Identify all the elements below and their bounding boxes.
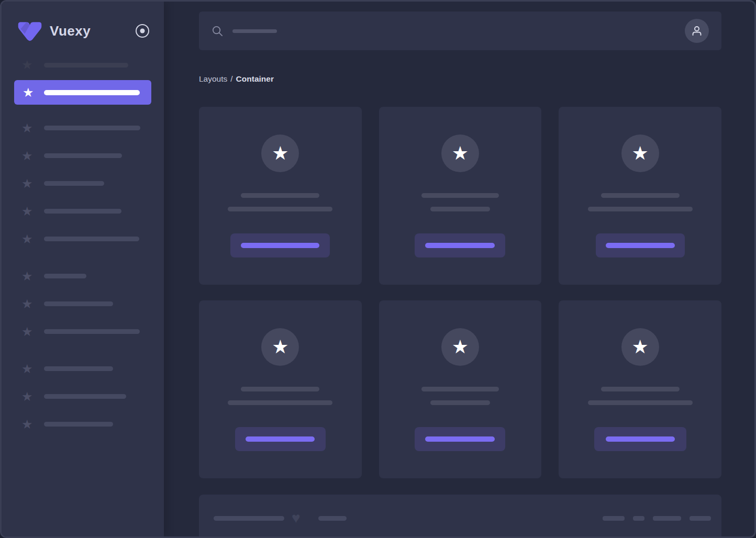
sidebar-item-skeleton[interactable]: ★	[2, 262, 164, 290]
card-1: ★	[199, 107, 362, 285]
star-icon: ★	[632, 338, 649, 356]
main-content: Layouts/Container ★★★★★★ ♥	[164, 2, 754, 536]
footer-text-skeleton	[214, 516, 284, 521]
footer-text-skeleton	[318, 516, 347, 521]
card-6: ★	[559, 300, 721, 478]
card-title-skeleton	[421, 193, 499, 198]
search-bar[interactable]	[199, 12, 721, 50]
button-label-skeleton	[246, 436, 315, 442]
footer-link-skeleton	[603, 516, 625, 521]
sidebar-item-skeleton[interactable]: ★	[2, 225, 164, 253]
sidebar-item-skeleton[interactable]: ★	[2, 114, 164, 142]
brand-title: Vuexy	[50, 23, 91, 39]
menu-label-skeleton	[44, 237, 139, 241]
menu-label-skeleton	[44, 209, 121, 214]
star-icon: ★	[21, 205, 36, 218]
star-icon: ★	[21, 326, 36, 338]
search-placeholder-skeleton	[232, 29, 277, 33]
card-title-skeleton	[241, 387, 319, 391]
menu-label-skeleton	[44, 329, 140, 334]
card-title-skeleton	[241, 193, 319, 198]
menu-label-skeleton	[44, 126, 140, 130]
star-icon: ★	[632, 144, 649, 163]
star-icon: ★	[452, 338, 469, 356]
menu-label-skeleton	[44, 366, 113, 371]
breadcrumb-layouts[interactable]: Layouts	[199, 74, 227, 83]
breadcrumb-container: Container	[236, 74, 274, 83]
sidebar-item-skeleton[interactable]: ★	[2, 197, 164, 225]
card-action-button[interactable]	[596, 233, 685, 257]
card-action-button[interactable]	[415, 233, 505, 257]
footer-panel: ♥	[199, 495, 721, 536]
radio-circle-icon	[135, 24, 150, 38]
star-icon: ★	[21, 363, 36, 375]
sidebar-item-active[interactable]: ★	[14, 80, 151, 105]
footer-link-skeleton	[690, 516, 711, 521]
star-icon: ★	[21, 270, 36, 283]
sidebar-section: ★★★	[2, 253, 164, 345]
menu-label-skeleton	[44, 153, 122, 158]
magnifier-icon	[212, 25, 224, 37]
menu-label-skeleton	[44, 63, 128, 68]
button-label-skeleton	[606, 243, 675, 248]
sidebar-item-skeleton[interactable]: ★	[2, 290, 164, 318]
card-avatar: ★	[261, 328, 299, 366]
sidebar-item-skeleton[interactable]: ★	[2, 52, 164, 78]
card-subtitle-skeleton	[430, 400, 490, 405]
app-window: Vuexy ★★★★★★★★★★★★★	[0, 0, 756, 538]
star-icon: ★	[21, 418, 36, 431]
menu-label-skeleton	[44, 274, 86, 278]
sidebar-section: ★★★★★	[2, 105, 164, 253]
sidebar-nav: ★★★★★★★★★★★★★	[2, 52, 164, 438]
sidebar-item-skeleton[interactable]: ★	[2, 142, 164, 170]
breadcrumb: Layouts/Container	[199, 74, 721, 84]
sidebar-item-skeleton[interactable]: ★	[2, 170, 164, 197]
card-subtitle-skeleton	[228, 400, 332, 405]
card-subtitle-skeleton	[588, 207, 693, 211]
star-icon: ★	[452, 144, 469, 163]
menu-label-skeleton	[44, 301, 113, 306]
button-label-skeleton	[425, 243, 495, 248]
heart-icon[interactable]: ♥	[292, 512, 301, 524]
person-icon	[690, 24, 704, 38]
sidebar-pin-toggle[interactable]	[135, 24, 150, 38]
card-avatar: ★	[621, 328, 659, 366]
user-avatar[interactable]	[685, 19, 709, 43]
card-action-button[interactable]	[235, 427, 326, 451]
card-action-button[interactable]	[230, 233, 330, 257]
star-icon: ★	[272, 144, 288, 163]
sidebar-item-skeleton[interactable]: ★	[2, 383, 164, 410]
star-icon: ★	[21, 150, 36, 162]
card-4: ★	[199, 300, 362, 478]
card-title-skeleton	[601, 193, 680, 198]
cards-grid: ★★★★★★	[199, 107, 721, 478]
button-label-skeleton	[425, 436, 495, 442]
menu-label-skeleton	[44, 422, 113, 427]
star-icon: ★	[21, 233, 36, 245]
menu-label-skeleton	[44, 394, 126, 399]
card-action-button[interactable]	[594, 427, 686, 451]
star-icon: ★	[23, 86, 37, 99]
footer-link-skeleton	[633, 516, 644, 521]
sidebar-item-skeleton[interactable]: ★	[2, 318, 164, 345]
card-subtitle-skeleton	[228, 207, 332, 211]
card-5: ★	[379, 300, 542, 478]
star-icon: ★	[21, 177, 36, 190]
card-action-button[interactable]	[415, 427, 505, 451]
sidebar-item-skeleton[interactable]: ★	[2, 410, 164, 438]
star-icon: ★	[21, 59, 36, 71]
vuexy-v-logo-icon	[16, 20, 43, 42]
sidebar: Vuexy ★★★★★★★★★★★★★	[2, 2, 164, 536]
sidebar-item-skeleton[interactable]: ★	[2, 355, 164, 383]
footer-row: ♥	[214, 512, 711, 524]
card-avatar: ★	[621, 134, 659, 172]
footer-link-skeleton	[653, 516, 681, 521]
sidebar-header: Vuexy	[2, 2, 164, 41]
card-3: ★	[559, 107, 721, 285]
footer-links	[603, 516, 711, 521]
card-title-skeleton	[601, 387, 680, 391]
button-label-skeleton	[606, 436, 675, 442]
card-title-skeleton	[421, 387, 499, 391]
star-icon: ★	[21, 122, 36, 134]
card-2: ★	[379, 107, 542, 285]
